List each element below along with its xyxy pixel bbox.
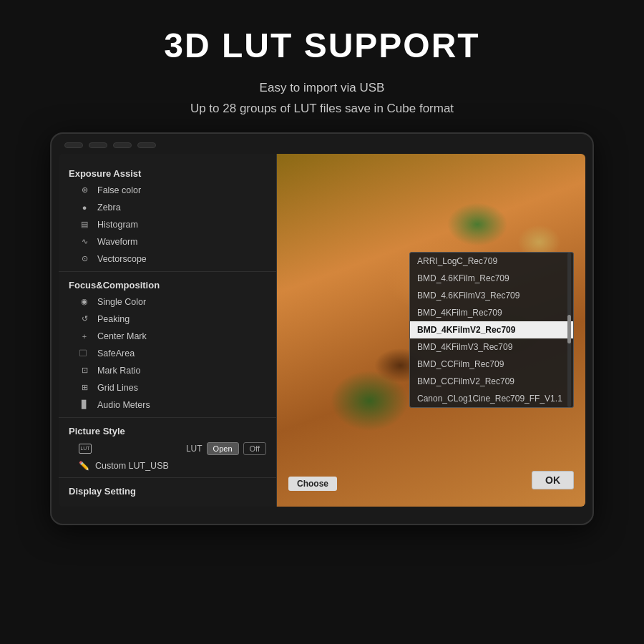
single-color-label: Single Color (97, 297, 146, 307)
top-section: 3D LUT SUPPORT Easy to import via USB Up… (164, 0, 479, 119)
menu-item-peaking[interactable]: ↺ Peaking (59, 311, 276, 328)
custom-lut-icon: ✏️ (79, 461, 89, 471)
device-buttons (59, 142, 585, 148)
menu-item-histogram[interactable]: ▤ Histogram (59, 216, 276, 233)
mark-ratio-icon: ⊡ (79, 365, 90, 376)
device-button-3 (113, 142, 132, 148)
main-title: 3D LUT SUPPORT (164, 26, 479, 65)
menu-item-single-color[interactable]: ◉ Single Color (59, 293, 276, 311)
custom-lut-label: Custom LUT_USB (95, 461, 169, 471)
peaking-icon: ↺ (79, 313, 90, 325)
lut-item-6[interactable]: BMD_CCFilm_Rec709 (410, 356, 573, 373)
lut-item-8[interactable]: Canon_CLog1Cine_Rec709_FF_V1.1 (410, 390, 573, 407)
device-bottom (59, 511, 585, 518)
safe-area-label: SafeArea (97, 348, 135, 358)
menu-item-safe-area[interactable]: ⃞ SafeArea (59, 345, 276, 362)
single-color-icon: ◉ (79, 296, 90, 308)
focus-section-header: Focus&Composition (59, 275, 276, 293)
device-button-1 (64, 142, 83, 148)
zebra-label: Zebra (97, 203, 121, 213)
screen: Exposure Assist ⊛ False color ● Zebra ▤ … (59, 154, 585, 507)
lut-item-0[interactable]: ARRI_LogC_Rec709 (410, 253, 573, 270)
waveform-label: Waveform (97, 237, 138, 247)
mark-ratio-label: Mark Ratio (97, 366, 140, 376)
device-button-4 (137, 142, 156, 148)
lut-item-3[interactable]: BMD_4KFilm_Rec709 (410, 304, 573, 321)
device-shell: Exposure Assist ⊛ False color ● Zebra ▤ … (50, 132, 594, 525)
left-menu: Exposure Assist ⊛ False color ● Zebra ▤ … (59, 154, 277, 507)
histogram-icon: ▤ (79, 219, 90, 230)
ok-button[interactable]: OK (532, 471, 574, 489)
choose-button[interactable]: Choose (288, 477, 337, 491)
false-color-label: False color (97, 185, 141, 195)
lut-item-5[interactable]: BMD_4KFilmV3_Rec709 (410, 338, 573, 356)
grid-lines-label: Grid Lines (97, 383, 138, 393)
menu-item-false-color[interactable]: ⊛ False color (59, 182, 276, 199)
safe-area-icon: ⃞ (79, 348, 90, 359)
subtitle-line2: Up to 28 groups of LUT files save in Cub… (190, 102, 454, 115)
menu-item-grid-lines[interactable]: ⊞ Grid Lines (59, 379, 276, 396)
device-button-2 (89, 142, 107, 148)
peaking-label: Peaking (97, 314, 130, 324)
lut-row[interactable]: LUT LUT LUT Open Off (59, 439, 276, 458)
lut-item-4[interactable]: BMD_4KFilmV2_Rec709 (410, 321, 573, 338)
lut-open-button[interactable]: Open (207, 442, 239, 455)
menu-item-center-mark[interactable]: + Center Mark (59, 328, 276, 345)
menu-item-mark-ratio[interactable]: ⊡ Mark Ratio (59, 362, 276, 379)
vectorscope-label: Vectorscope (97, 254, 147, 264)
waveform-icon: ∿ (79, 236, 90, 248)
false-color-icon: ⊛ (79, 185, 90, 196)
lut-dropdown: ARRI_LogC_Rec709 BMD_4.6KFilm_Rec709 BMD… (409, 252, 574, 408)
exposure-section-header: Exposure Assist (59, 164, 276, 182)
menu-item-waveform[interactable]: ∿ Waveform (59, 233, 276, 250)
center-mark-label: Center Mark (97, 331, 147, 341)
subtitle-line1: Easy to import via USB (260, 81, 385, 94)
lut-item-7[interactable]: BMD_CCFilmV2_Rec709 (410, 373, 573, 390)
lut-item-2[interactable]: BMD_4.6KFilmV3_Rec709 (410, 287, 573, 304)
picture-style-header: Picture Style (59, 421, 276, 439)
menu-item-zebra[interactable]: ● Zebra (59, 199, 276, 216)
display-setting-header: Display Setting (59, 482, 276, 499)
menu-item-audio-meters[interactable]: ▊ Audio Meters (59, 396, 276, 414)
grid-lines-icon: ⊞ (79, 382, 90, 394)
lut-item-1[interactable]: BMD_4.6KFilm_Rec709 (410, 270, 573, 287)
lut-label-right: LUT (186, 444, 203, 454)
audio-meters-icon: ▊ (79, 399, 90, 411)
menu-item-vectorscope[interactable]: ⊙ Vectorscope (59, 250, 276, 268)
right-panel: ARRI_LogC_Rec709 BMD_4.6KFilm_Rec709 BMD… (277, 154, 585, 507)
lut-box-icon: LUT (79, 444, 92, 454)
custom-lut-row[interactable]: ✏️ Custom LUT_USB (59, 458, 276, 474)
zebra-icon: ● (79, 202, 90, 213)
vectorscope-icon: ⊙ (79, 253, 90, 265)
audio-meters-label: Audio Meters (97, 400, 150, 410)
subtitle: Easy to import via USB Up to 28 groups o… (190, 78, 454, 119)
lut-off-button[interactable]: Off (243, 442, 266, 455)
histogram-label: Histogram (97, 220, 138, 230)
center-mark-icon: + (79, 331, 90, 342)
